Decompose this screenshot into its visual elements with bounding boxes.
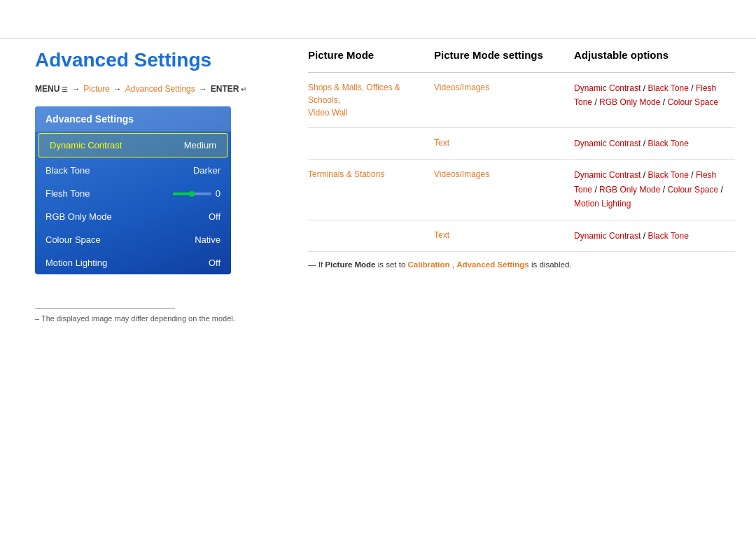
menu-item-motion-lighting[interactable]: Motion Lighting Off (35, 251, 231, 274)
opt-rgb-1: RGB Only Mode (599, 97, 660, 107)
breadcrumb-arrow-1: → (71, 84, 80, 94)
flesh-tone-slider[interactable]: 0 (173, 188, 220, 199)
table-row-4: Text Dynamic Contrast / Black Tone (308, 220, 735, 252)
opt-sep-3e: / (721, 185, 723, 195)
menu-item-flesh-tone-label: Flesh Tone (46, 188, 90, 199)
opt-black-tone-1: Black Tone (648, 83, 688, 93)
table-footnote: ― If Picture Mode is set to Calibration … (308, 259, 735, 270)
footnote-picture-mode: Picture Mode (325, 260, 375, 269)
menu-item-dynamic-contrast[interactable]: Dynamic Contrast Medium (38, 133, 227, 157)
breadcrumb-enter-label: ENTER (211, 84, 239, 94)
menu-item-colour-space-label: Colour Space (46, 234, 101, 245)
footnote-if: If (318, 260, 326, 269)
table-header-adjustable-options: Adjustable options (574, 49, 735, 66)
breadcrumb: MENU ☰ → Picture → Advanced Settings → E… (35, 84, 287, 94)
table-row-3: Terminals & Stations Videos/Images Dynam… (308, 160, 735, 220)
menu-item-black-tone[interactable]: Black Tone Darker (35, 159, 231, 182)
left-section: Advanced Settings MENU ☰ → Picture → Adv… (35, 49, 287, 274)
opt-sep-1b: / (691, 83, 696, 93)
breadcrumb-menu-label: MENU (35, 84, 59, 94)
breadcrumb-arrow-3: → (199, 84, 207, 94)
menu-item-dynamic-contrast-value: Medium (184, 140, 216, 150)
footnote-disabled: is disabled. (531, 260, 572, 269)
menu-box: Advanced Settings Dynamic Contrast Mediu… (35, 106, 231, 274)
notes-divider (35, 308, 175, 309)
table-row-1-picture-mode: Shops & Malls, Offices & Schools,Video W… (308, 81, 434, 119)
opt-colour-1: Colour Space (667, 97, 718, 107)
table-row-2-options: Dynamic Contrast / Black Tone (574, 136, 735, 150)
breadcrumb-arrow-2: → (113, 84, 122, 94)
menu-item-motion-lighting-value: Off (209, 258, 220, 268)
breadcrumb-picture-link[interactable]: Picture (83, 84, 109, 94)
notes-text: – The displayed image may differ dependi… (35, 314, 245, 323)
footnote-calibration: Calibration (408, 260, 450, 269)
flesh-tone-value: 0 (216, 188, 220, 199)
table-header-picture-mode: Picture Mode (308, 49, 434, 66)
table-row-1-settings: Videos/Images (434, 81, 574, 94)
slider-track[interactable] (173, 192, 211, 195)
table-header: Picture Mode Picture Mode settings Adjus… (308, 49, 735, 73)
table-row-3-options: Dynamic Contrast / Black Tone / Flesh To… (574, 168, 735, 211)
table-row-2-settings: Text (434, 136, 574, 149)
table-row-1-options: Dynamic Contrast / Black Tone / Flesh To… (574, 81, 735, 110)
opt-sep-3b: / (691, 170, 696, 180)
opt-motion-3: Motion Lighting (574, 199, 631, 209)
menu-item-flesh-tone[interactable]: Flesh Tone 0 (35, 182, 231, 205)
page-title: Advanced Settings (35, 49, 287, 71)
table-row-3-picture-mode: Terminals & Stations (308, 168, 434, 181)
menu-item-colour-space-value: Native (195, 234, 220, 245)
opt-dynamic-contrast-1: Dynamic Contrast (574, 83, 640, 93)
menu-item-black-tone-label: Black Tone (46, 165, 90, 176)
table-row-2: Text Dynamic Contrast / Black Tone (308, 128, 735, 160)
table-row-4-options: Dynamic Contrast / Black Tone (574, 229, 735, 243)
breadcrumb-menu-icon: ☰ (62, 85, 68, 93)
opt-colour-3: Colour Space (667, 185, 718, 195)
right-section: Picture Mode Picture Mode settings Adjus… (308, 49, 735, 270)
breadcrumb-enter-icon: ↵ (241, 85, 246, 93)
opt-dynamic-contrast-3: Dynamic Contrast (574, 170, 640, 180)
opt-black-tone-4: Black Tone (648, 231, 688, 241)
footnote-advanced-settings: Advanced Settings (456, 260, 529, 269)
table-header-picture-mode-settings: Picture Mode settings (434, 49, 574, 66)
opt-rgb-3: RGB Only Mode (599, 185, 660, 195)
footnote-dagger: ― (308, 260, 318, 269)
top-divider (0, 38, 756, 39)
menu-item-rgb-only-mode[interactable]: RGB Only Mode Off (35, 205, 231, 228)
menu-item-colour-space[interactable]: Colour Space Native (35, 228, 231, 251)
menu-item-rgb-only-mode-value: Off (209, 211, 220, 222)
menu-item-dynamic-contrast-label: Dynamic Contrast (50, 140, 122, 150)
table-row-1: Shops & Malls, Offices & Schools,Video W… (308, 73, 735, 128)
table-row-4-settings: Text (434, 229, 574, 241)
opt-black-tone-2: Black Tone (648, 139, 688, 148)
opt-black-tone-3: Black Tone (648, 170, 688, 180)
menu-item-rgb-only-mode-label: RGB Only Mode (46, 211, 112, 222)
menu-box-title: Advanced Settings (35, 106, 231, 132)
breadcrumb-advanced-link[interactable]: Advanced Settings (125, 84, 195, 94)
menu-item-motion-lighting-label: Motion Lighting (46, 258, 107, 268)
menu-item-black-tone-value: Darker (193, 165, 220, 176)
opt-dynamic-contrast-2: Dynamic Contrast (574, 139, 640, 148)
slider-thumb (189, 191, 195, 197)
table-row-3-settings: Videos/Images (434, 168, 574, 181)
opt-dynamic-contrast-4: Dynamic Contrast (574, 231, 640, 241)
notes-section: – The displayed image may differ dependi… (35, 308, 245, 323)
footnote-set-to: is set to (378, 260, 408, 269)
